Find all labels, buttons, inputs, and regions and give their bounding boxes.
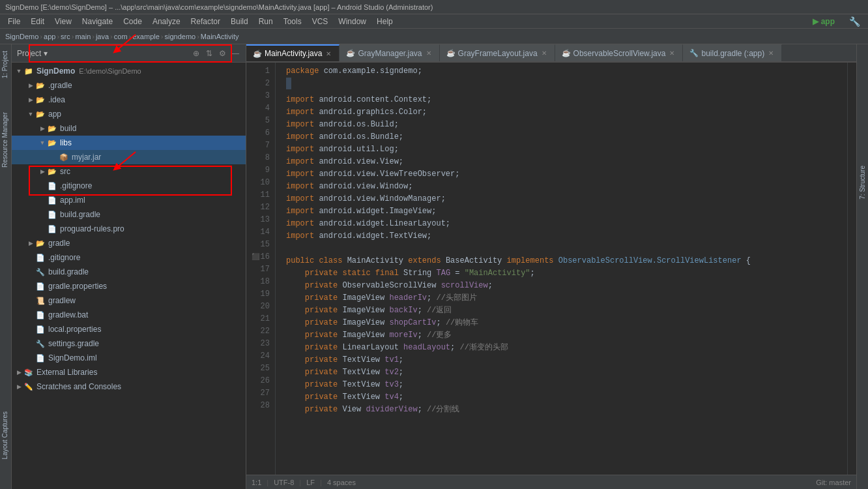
project-panel-title: Project ▾ — [17, 49, 188, 58]
tree-item-build-gradle-app[interactable]: ▶ 📄 build.gradle — [12, 207, 246, 222]
tree-item-external-libs[interactable]: ▶ 📚 External Libraries — [12, 365, 246, 379]
breadcrumb-example[interactable]: example — [132, 33, 160, 40]
tree-item-idea[interactable]: ▶ 📂 .idea — [12, 93, 246, 107]
menu-navigate[interactable]: Navigate — [77, 17, 118, 26]
tab-close-graymanager[interactable]: ✕ — [425, 49, 433, 57]
tree-arrow-signdemo-iml: ▶ — [26, 353, 35, 363]
tree-item-signdemo[interactable]: ▼ 📁 SignDemo E:\demo\SignDemo — [12, 64, 246, 78]
breadcrumb-signdemo2[interactable]: signdemo — [164, 33, 195, 40]
tree-item-local-properties[interactable]: ▶ 📄 local.properties — [12, 322, 246, 336]
menu-analyze[interactable]: Analyze — [147, 17, 186, 26]
menu-help[interactable]: Help — [371, 17, 398, 26]
tree-item-signdemo-iml[interactable]: ▶ 📄 SignDemo.iml — [12, 351, 246, 365]
line-numbers: 1 2 3 4 5 6 7 8 9 10 11 12 13 14 15 ⬛ 16… — [246, 63, 276, 475]
tab-buildgradle[interactable]: 🔧 build.gradle (:app) ✕ — [683, 44, 782, 61]
title-text: SignDemo [E:\demo\SignDemo] – ...\app\sr… — [5, 3, 433, 11]
run-app-button[interactable]: ▶ app — [807, 17, 840, 26]
tree-item-gradle-properties[interactable]: ▶ 📄 gradle.properties — [12, 279, 246, 293]
tab-icon-mainactivity: ☕ — [253, 50, 262, 58]
code-line-22: private ImageView moreIv; //更多 — [286, 329, 847, 342]
tree-item-proguard[interactable]: ▶ 📄 proguard-rules.pro — [12, 222, 246, 236]
tab-close-mainactivity[interactable]: ✕ — [325, 50, 332, 58]
toolbar-gear-icon[interactable]: ⚙ — [217, 48, 227, 59]
menu-window[interactable]: Window — [333, 17, 371, 26]
breadcrumb-java[interactable]: java — [96, 33, 109, 40]
breadcrumb-main[interactable]: main — [75, 33, 91, 40]
tab-close-buildgradle[interactable]: ✕ — [767, 49, 775, 57]
toolbar-close-icon[interactable]: — — [230, 48, 240, 59]
menu-build[interactable]: Build — [225, 17, 253, 26]
menu-edit[interactable]: Edit — [25, 17, 50, 26]
main-layout: 1: Project Resource Manager Layout Captu… — [0, 44, 868, 489]
tree-arrow-idea: ▶ — [26, 95, 35, 104]
tab-icon-observablescroll: ☕ — [562, 49, 571, 57]
tree-item-build[interactable]: ▶ 📂 build — [12, 121, 246, 136]
toolbar-scroll-icon[interactable]: ⇅ — [204, 48, 214, 59]
tree-item-gradle-root[interactable]: ▶ 📂 .gradle — [12, 78, 246, 93]
tree-item-gradlew-bat[interactable]: ▶ 📄 gradlew.bat — [12, 308, 246, 322]
project-tree: ▼ 📁 SignDemo E:\demo\SignDemo ▶ 📂 .gradl… — [12, 63, 246, 489]
code-line-13: import android.widget.LinearLayout; — [286, 218, 847, 230]
menu-view[interactable]: View — [50, 17, 77, 26]
tree-item-settings-gradle[interactable]: ▶ 🔧 settings.gradle — [12, 336, 246, 351]
code-line-16: public class MainActivity extends BaseAc… — [286, 255, 847, 267]
tree-item-gitignore-app[interactable]: ▶ 📄 .gitignore — [12, 179, 246, 193]
tree-icon-gradle-root: 📂 — [35, 80, 46, 91]
tab-grayframe[interactable]: ☕ GrayFrameLayout.java ✕ — [440, 44, 555, 61]
tree-arrow-build-gradle-root: ▶ — [26, 267, 35, 276]
tree-icon-gradlew: 📜 — [35, 295, 46, 306]
tab-close-grayframe[interactable]: ✕ — [540, 49, 548, 57]
tab-graymanager[interactable]: ☕ GrayManager.java ✕ — [340, 44, 439, 61]
breadcrumb-mainactivity[interactable]: MainActivity — [201, 33, 239, 40]
tree-item-app-iml[interactable]: ▶ 📄 app.iml — [12, 193, 246, 207]
tree-icon-gradlew-bat: 📄 — [35, 310, 46, 320]
code-line-6: import android.os.Bundle; — [286, 131, 847, 143]
tab-mainactivity[interactable]: ☕ MainActivity.java ✕ — [246, 44, 340, 61]
menu-file[interactable]: File — [3, 17, 25, 26]
resource-manager-label[interactable]: Resource Manager — [0, 108, 11, 171]
code-line-5: import android.os.Build; — [286, 119, 847, 131]
tree-item-src[interactable]: ▶ 📂 src — [12, 164, 246, 179]
code-area[interactable]: package com.example.signdemo; import and… — [276, 63, 847, 475]
tree-item-app[interactable]: ▼ 📂 app — [12, 107, 246, 121]
code-line-7: import android.util.Log; — [286, 143, 847, 156]
tree-item-gradle-dir[interactable]: ▶ 📂 gradle — [12, 236, 246, 250]
breadcrumb-src[interactable]: src — [61, 33, 70, 40]
layout-captures-label[interactable]: Layout Captures — [0, 408, 11, 463]
tree-icon-gradle-dir: 📂 — [35, 238, 46, 248]
tree-item-libs[interactable]: ▼ 📂 libs — [12, 136, 246, 150]
status-separator2: | — [299, 479, 301, 486]
status-git: Git: master — [816, 479, 851, 486]
tab-label-grayframe: GrayFrameLayout.java — [458, 49, 538, 58]
breadcrumb-com[interactable]: com — [114, 33, 128, 40]
status-encoding: UTF-8 — [274, 479, 294, 486]
tree-item-scratches[interactable]: ▶ ✏️ Scratches and Consoles — [12, 379, 246, 394]
tree-icon-gitignore-app: 📄 — [47, 181, 57, 191]
menu-run[interactable]: Run — [253, 17, 278, 26]
tree-item-gradlew[interactable]: ▶ 📜 gradlew — [12, 293, 246, 308]
menu-refactor[interactable]: Refactor — [186, 17, 225, 26]
run-config-button[interactable]: 🔧 — [844, 16, 865, 27]
tree-label-build-gradle-app: build.gradle — [60, 210, 100, 219]
status-indent: 4 spaces — [327, 479, 356, 486]
tree-arrow-local-properties: ▶ — [26, 325, 35, 334]
menu-code[interactable]: Code — [118, 17, 147, 26]
editor-area: ☕ MainActivity.java ✕ ☕ GrayManager.java… — [246, 44, 856, 489]
tree-item-myjar[interactable]: ▶ 📦 myjar.jar — [12, 150, 246, 164]
project-panel-label[interactable]: 1: Project — [0, 47, 11, 82]
structure-label[interactable]: 7: Structure — [858, 162, 867, 203]
tree-item-gitignore-root[interactable]: ▶ 📄 .gitignore — [12, 250, 246, 265]
code-line-12: import android.widget.ImageView; — [286, 205, 847, 218]
breadcrumb-signdemo[interactable]: SignDemo — [5, 33, 38, 40]
tab-close-observablescroll[interactable]: ✕ — [668, 49, 676, 57]
project-panel: Project ▾ ⊕ ⇅ ⚙ — ▼ 📁 SignDemo E:\demo\S… — [12, 44, 246, 489]
tab-observablescroll[interactable]: ☕ ObservableScrollView.java ✕ — [555, 44, 684, 61]
tree-icon-build-gradle-root: 🔧 — [35, 267, 46, 277]
menu-tools[interactable]: Tools — [278, 17, 307, 26]
tab-icon-graymanager: ☕ — [346, 49, 355, 57]
menu-vcs[interactable]: VCS — [307, 17, 334, 26]
tree-item-build-gradle-root[interactable]: ▶ 🔧 build.gradle — [12, 265, 246, 279]
toolbar-add-icon[interactable]: ⊕ — [191, 48, 201, 59]
tree-arrow-proguard: ▶ — [38, 224, 47, 233]
breadcrumb-app[interactable]: app — [44, 33, 55, 40]
